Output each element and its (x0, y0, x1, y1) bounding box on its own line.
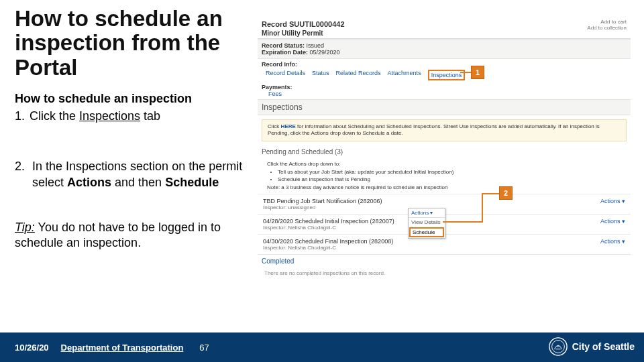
footer-page: 67 (199, 343, 209, 353)
step-1-text-a: Click the (30, 109, 79, 123)
step-1-keyword: Inspections (79, 109, 140, 123)
dropdown-actions-label[interactable]: Actions ▾ (409, 208, 445, 218)
tabs-row: Record Details Status Related Records At… (258, 68, 631, 84)
inst-lead: Click the Actions drop down to: (267, 161, 621, 168)
notice-box: Click HERE for information about Schedul… (262, 119, 627, 141)
row2-inspector: Inspector: Nelisha Chodagiri-C (263, 225, 394, 231)
connector-2b (443, 193, 483, 223)
completed-heading[interactable]: Completed (258, 254, 631, 267)
no-completed-text: There are no completed inspections on th… (258, 267, 631, 284)
status-value: Issued (305, 42, 324, 49)
inst-item-1: Tell us about your Job Start (aka: updat… (278, 169, 621, 176)
tab-related[interactable]: Related Records (336, 70, 381, 80)
footer-city: City of Seattle (572, 341, 635, 352)
subtitle: How to schedule an inspection (15, 92, 250, 106)
row3-title: 04/30/2020 Scheduled Final Inspection (2… (263, 238, 393, 245)
step-1-num: 1. (15, 109, 30, 124)
slide-title: How to schedule an inspection from the P… (15, 7, 250, 80)
dropdown-view-details[interactable]: View Details (409, 218, 445, 227)
row3-inspector: Inspector: Nelisha Chodagiri-C (263, 245, 393, 251)
tip-label: Tip: (15, 221, 35, 234)
record-subtitle: Minor Utility Permit (258, 29, 631, 39)
left-column: How to schedule an inspection from the P… (15, 7, 250, 251)
footer-date: 10/26/20 (15, 343, 49, 353)
slide: How to schedule an inspection from the P… (0, 0, 644, 362)
add-to-collection-link[interactable]: Add to collection (587, 25, 627, 31)
top-right-links: Add to cart Add to collection (587, 19, 627, 31)
inspections-heading: Inspections (258, 99, 631, 115)
step-2-actions: Actions (67, 176, 111, 189)
record-status-band: Record Status: Issued Expiration Date: 0… (258, 39, 631, 59)
tab-status[interactable]: Status (312, 70, 329, 80)
exp-value: 05/29/2020 (308, 49, 340, 56)
payments-label: Payments: (262, 84, 627, 90)
tip: Tip: You do not have to be logged in to … (15, 220, 250, 251)
screenshot-panel: Add to cart Add to collection Record SUU… (258, 19, 631, 314)
inst-note: Note: a 3 business day advance notice is… (267, 184, 621, 191)
step-2-num: 2. (15, 159, 30, 174)
footer-logo: City of Seattle (548, 337, 635, 357)
notice-here-link[interactable]: HERE (281, 123, 296, 129)
connector-1 (460, 72, 471, 73)
step-2-schedule: Schedule (165, 176, 219, 189)
notice-b: for information about Scheduling and Sch… (268, 123, 600, 136)
exp-label: Expiration Date: (262, 49, 308, 56)
fees-link[interactable]: Fees (262, 90, 627, 97)
notice-a: Click (268, 123, 281, 129)
record-title: Record SUUTIL0000442 (258, 19, 631, 29)
actions-dropdown: Actions ▾ View Details Schedule (408, 208, 445, 239)
step-1-text-c: tab (140, 109, 160, 123)
step-2: 2. In the Inspections section on the per… (15, 159, 250, 190)
seattle-seal-icon (548, 337, 568, 357)
footer-dept: Department of Transportation (61, 343, 184, 353)
instruction-block: Click the Actions drop down to: Tell us … (258, 158, 631, 194)
tab-attachments[interactable]: Attachments (388, 70, 421, 80)
add-to-cart-link[interactable]: Add to cart (587, 19, 627, 25)
row1-left: TBD Pending Job Start Notification (2820… (263, 198, 382, 210)
footer-bar: 10/26/20 Department of Transportation 67… (0, 333, 644, 362)
tip-text: You do not have to be logged in to sched… (15, 221, 221, 249)
step-1: 1.Click the Inspections tab (15, 109, 250, 124)
row1-actions[interactable]: Actions ▾ (600, 198, 625, 210)
row2-left: 04/28/2020 Scheduled Initial Inspection … (263, 218, 394, 231)
status-label: Record Status: (262, 42, 305, 49)
inst-item-2: Schedule an inspection that is Pending (278, 176, 621, 183)
connector-2a (482, 193, 499, 194)
step-2-text-c: and then (111, 176, 165, 189)
record-info-label: Record Info: (262, 61, 297, 68)
callout-1: 1 (471, 66, 484, 79)
row2-actions[interactable]: Actions ▾ (600, 218, 625, 231)
record-info-row: Record Info: (258, 59, 631, 68)
row3-actions[interactable]: Actions ▾ (600, 238, 625, 251)
pending-heading: Pending and Scheduled (3) (258, 145, 631, 158)
payments-row: Payments: Fees (258, 84, 631, 99)
dropdown-schedule[interactable]: Schedule (409, 227, 444, 237)
callout-2: 2 (499, 186, 513, 200)
row1-title: TBD Pending Job Start Notification (2820… (263, 198, 382, 204)
step-2-body: In the Inspections section on the permit… (32, 159, 250, 190)
tab-inspections[interactable]: Inspections (428, 70, 466, 80)
row3-left: 04/30/2020 Scheduled Final Inspection (2… (263, 238, 393, 251)
row2-title: 04/28/2020 Scheduled Initial Inspection … (263, 218, 394, 225)
tab-record-details[interactable]: Record Details (266, 70, 305, 80)
row1-inspector: Inspector: unassigned (263, 204, 382, 210)
